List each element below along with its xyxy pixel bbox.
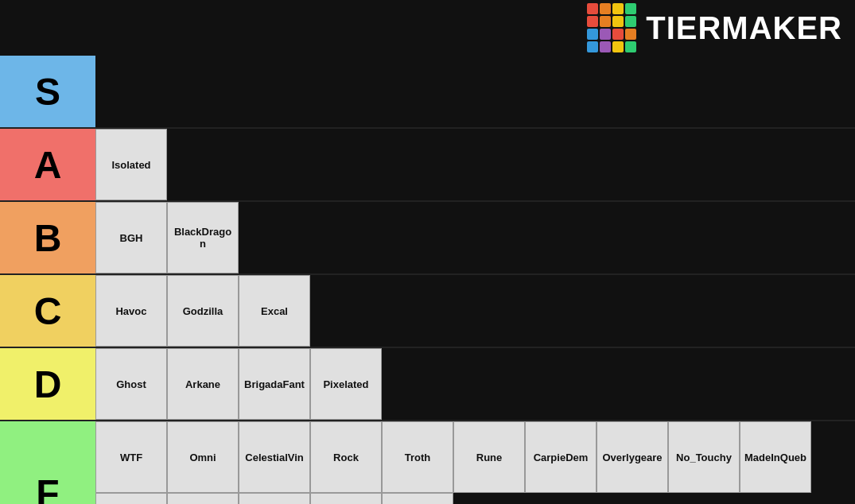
- tier-item: CelestialVin: [239, 421, 310, 493]
- tier-item: CarpieDem: [525, 421, 597, 493]
- logo-cell: [625, 41, 636, 52]
- tier-label-b: B: [0, 202, 95, 273]
- tier-row-s: S: [0, 56, 855, 129]
- tier-item: Godzilla: [167, 275, 239, 347]
- logo-cell: [612, 16, 624, 27]
- logo-cell: [600, 41, 611, 52]
- logo-cell: [600, 29, 611, 40]
- tier-item: Rune: [453, 421, 525, 493]
- tier-item: BlackMamb: [310, 493, 382, 504]
- tier-row-a: A Isolated: [0, 129, 855, 202]
- tier-label-f: F: [0, 421, 95, 504]
- tier-f-row-1: WTF Omni CelestialVin Rock Troth Rune Ca…: [95, 421, 855, 493]
- tier-item: No_Touchy: [668, 421, 740, 493]
- logo-cell: [587, 29, 598, 40]
- tier-f-row-2: Aethyr PoppyKnigh Agis_II BlackMamb CNho…: [95, 493, 855, 504]
- tier-item: Agis_II: [239, 493, 310, 504]
- logo-cell: [612, 29, 624, 40]
- tier-item: Havoc: [95, 275, 167, 347]
- tier-item: Ghost: [95, 348, 167, 420]
- tier-row-c: C Havoc Godzilla Excal: [0, 275, 855, 348]
- tier-row-d: D Ghost Arkane BrigadaFant Pixelated: [0, 348, 855, 421]
- tier-item: WTF: [95, 421, 167, 493]
- logo-cell: [600, 3, 611, 14]
- tier-items-a: Isolated: [95, 129, 855, 200]
- app-container: TiERMAKER S A Isolated B BGH BlackDragon…: [0, 0, 855, 504]
- tier-items-c: Havoc Godzilla Excal: [95, 275, 855, 347]
- tier-item: Omni: [167, 421, 239, 493]
- logo-cell: [625, 16, 636, 27]
- tier-item: CNhope: [382, 493, 453, 504]
- logo-cell: [625, 3, 636, 14]
- logo-cell: [612, 3, 624, 14]
- logo-text: TiERMAKER: [646, 10, 842, 46]
- tier-item: BlackDragon: [167, 202, 239, 273]
- logo-cell: [587, 16, 598, 27]
- tier-label-d: D: [0, 348, 95, 420]
- tier-item: MadeInQueb: [740, 421, 811, 493]
- tier-label-c: C: [0, 275, 95, 347]
- tier-items-d: Ghost Arkane BrigadaFant Pixelated: [95, 348, 855, 420]
- logo-container: TiERMAKER: [587, 3, 842, 52]
- tier-item: Aethyr: [95, 493, 167, 504]
- tier-item: BGH: [95, 202, 167, 273]
- tier-item: Excal: [239, 275, 310, 347]
- tier-item: Troth: [382, 421, 453, 493]
- tier-row-b: B BGH BlackDragon: [0, 202, 855, 275]
- logo-cell: [625, 29, 636, 40]
- tier-label-a: A: [0, 129, 95, 200]
- logo-cell: [587, 41, 598, 52]
- logo-grid: [587, 3, 636, 52]
- tier-items-b: BGH BlackDragon: [95, 202, 855, 273]
- tier-item: BrigadaFant: [239, 348, 310, 420]
- logo-cell: [612, 41, 624, 52]
- tier-label-s: S: [0, 56, 95, 127]
- logo-cell: [587, 3, 598, 14]
- logo-cell: [600, 16, 611, 27]
- tier-item: Isolated: [95, 129, 167, 200]
- tier-item: Overlygeare: [597, 421, 668, 493]
- tier-item: Arkane: [167, 348, 239, 420]
- tier-item: Pixelated: [310, 348, 382, 420]
- tier-item: PoppyKnigh: [167, 493, 239, 504]
- tier-items-s: [95, 56, 855, 127]
- tier-item: Rock: [310, 421, 382, 493]
- header: TiERMAKER: [0, 0, 855, 56]
- tier-row-f: F WTF Omni CelestialVin Rock Troth Rune …: [0, 421, 855, 504]
- tier-items-f: WTF Omni CelestialVin Rock Troth Rune Ca…: [95, 421, 855, 504]
